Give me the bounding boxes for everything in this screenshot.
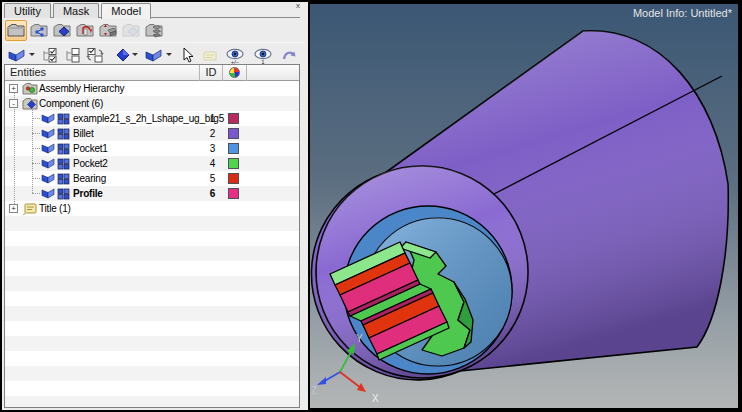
tree-unchecked-icon[interactable] <box>61 44 83 65</box>
tree-item[interactable]: example21_s_2h_Lshape_ug_brg51 <box>5 111 299 126</box>
tree-item[interactable]: Pocket24 <box>5 156 299 171</box>
collector-dropdown-icon[interactable] <box>27 44 37 65</box>
tree-item-label[interactable]: Component (6) <box>39 96 103 111</box>
diamond-dropdown-icon[interactable] <box>130 44 140 65</box>
tree-item-label[interactable]: Title (1) <box>39 201 71 216</box>
note-icon[interactable] <box>199 44 221 65</box>
color-swatch[interactable] <box>228 158 239 169</box>
expand-toggle[interactable]: - <box>9 99 18 108</box>
x-axis-label: X <box>372 393 379 404</box>
tree-checked-icon[interactable] <box>38 44 60 65</box>
tree-item[interactable]: +Title (1) <box>5 201 299 216</box>
title-note-icon <box>22 202 38 219</box>
tree-item-id: 3 <box>195 141 215 156</box>
tree-item[interactable]: Bearing5 <box>5 171 299 186</box>
color-swatch[interactable] <box>228 188 239 199</box>
tree-stub <box>32 163 40 164</box>
expand-toggle[interactable]: + <box>9 204 18 213</box>
tree-header: Entities ID <box>5 65 299 81</box>
view-dropdown-icon[interactable] <box>164 44 174 65</box>
tab-utility[interactable]: Utility <box>4 3 51 18</box>
tree-item-label[interactable]: Profile <box>73 186 103 201</box>
color-swatch[interactable] <box>228 113 239 124</box>
graphics-viewport[interactable]: Y Z X Model Info: Untitled* <box>308 2 740 410</box>
browser-toolbar-bottom: +/− 1 <box>4 42 304 65</box>
tab-bar: Utility Mask Model <box>4 3 300 18</box>
tree-item-label[interactable]: Assembly Hierarchy <box>39 81 124 96</box>
undo-arrow-icon[interactable] <box>278 44 300 65</box>
color-column-header[interactable] <box>223 65 247 81</box>
tree-item[interactable]: Profile6 <box>5 186 299 201</box>
tree-stub <box>32 178 40 179</box>
folder-gray-icon[interactable] <box>5 20 27 41</box>
tree-item[interactable]: Billet2 <box>5 126 299 141</box>
z-axis-label: Z <box>311 385 317 396</box>
color-wheel-icon <box>229 67 240 78</box>
tree-item-id: 1 <box>195 111 215 126</box>
tree-item-label[interactable]: Bearing <box>73 171 106 186</box>
entities-column-header[interactable]: Entities <box>5 65 200 81</box>
tree-stub <box>32 193 40 194</box>
tree-item[interactable]: +Assembly Hierarchy <box>5 81 299 96</box>
folder-box-arrows-icon[interactable] <box>97 20 119 41</box>
color-swatch[interactable] <box>228 128 239 139</box>
eye-plusminus-icon[interactable]: +/− <box>224 44 246 65</box>
folder-diamond-icon[interactable] <box>51 20 73 41</box>
tree-item-label[interactable]: Pocket1 <box>73 141 108 156</box>
tree-item-id: 2 <box>195 126 215 141</box>
app-window: x Utility Mask Model <box>0 0 742 412</box>
folder-network-icon[interactable] <box>28 20 50 41</box>
entity-browser: Entities ID +Assembly Hierarchy-Componen… <box>4 64 300 408</box>
component-collector-icon[interactable] <box>5 44 27 65</box>
color-swatch[interactable] <box>228 173 239 184</box>
eye-one-icon[interactable]: 1 <box>252 44 274 65</box>
tree-item-id: 6 <box>195 186 215 201</box>
tree-item-label[interactable]: Pocket2 <box>73 156 108 171</box>
browser-toolbar-top <box>4 19 304 42</box>
tree-stub <box>32 133 40 134</box>
tab-model[interactable]: Model <box>101 3 151 19</box>
pointer-icon[interactable] <box>176 44 198 65</box>
tree-stub <box>32 148 40 149</box>
browser-panel: x Utility Mask Model <box>2 2 308 410</box>
folder-stack-icon[interactable] <box>143 20 165 41</box>
folder-faded-icon[interactable] <box>120 20 142 41</box>
model-info-label: Model Info: Untitled* <box>633 7 733 19</box>
tab-mask[interactable]: Mask <box>53 3 99 18</box>
tree-item-id: 4 <box>195 156 215 171</box>
tree-item[interactable]: Pocket13 <box>5 141 299 156</box>
entity-tree: +Assembly Hierarchy-Component (6)example… <box>5 81 299 407</box>
tree-stub <box>32 118 40 119</box>
y-axis-label: Y <box>356 333 363 344</box>
tree-item-id: 5 <box>195 171 215 186</box>
color-swatch[interactable] <box>228 143 239 154</box>
tree-item[interactable]: -Component (6) <box>5 96 299 111</box>
tree-item-label[interactable]: Billet <box>73 126 93 141</box>
expand-toggle[interactable]: + <box>9 84 18 93</box>
component-view-icon[interactable] <box>142 44 164 65</box>
folder-red-arrow-icon[interactable] <box>74 20 96 41</box>
id-column-header[interactable]: ID <box>200 65 223 81</box>
check-reverse-icon[interactable] <box>84 44 106 65</box>
